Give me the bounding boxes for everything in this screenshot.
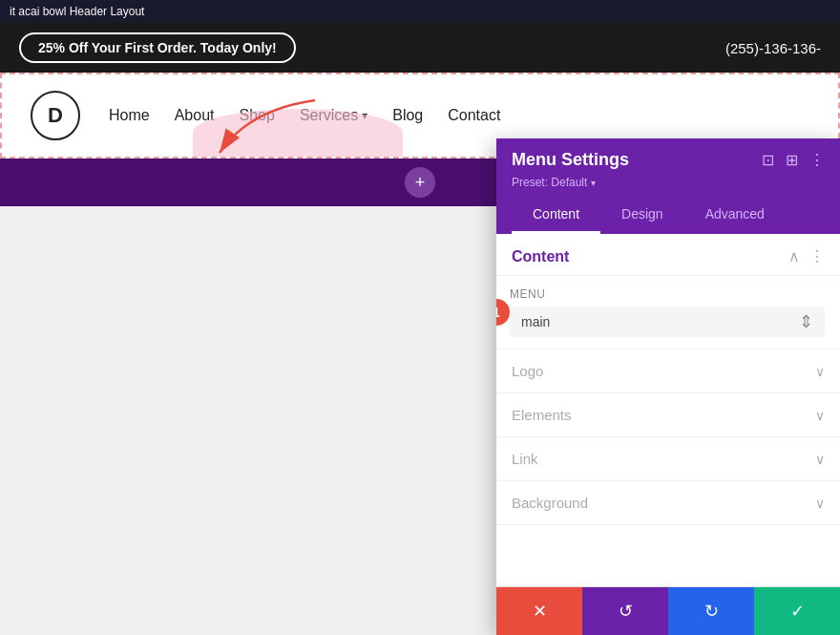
cancel-button[interactable]: ✕	[496, 587, 582, 635]
announcement-bar: 25% Off Your First Order. Today Only! (2…	[0, 23, 840, 73]
menu-settings-panel: Menu Settings ⊡ ⊞ ⋮ Preset: Default Cont…	[496, 138, 840, 635]
background-section-title: Background	[512, 495, 588, 511]
link-section-header[interactable]: Link ∨	[496, 437, 840, 480]
more-icon[interactable]: ⋮	[809, 151, 825, 169]
section-more-icon[interactable]: ⋮	[809, 247, 825, 265]
link-section: Link ∨	[496, 437, 840, 481]
content-section-header: Content ∧ ⋮	[496, 234, 840, 276]
menu-select-wrapper: main secondary footer ⇕	[510, 307, 825, 337]
elements-section: Elements ∨	[496, 393, 840, 437]
tab-advanced[interactable]: Advanced	[684, 197, 786, 234]
logo-section: Logo ∨	[496, 349, 840, 393]
collapse-icon[interactable]: ∧	[788, 247, 800, 265]
add-section-button[interactable]: +	[405, 167, 435, 198]
background-chevron-down-icon: ∨	[815, 496, 825, 511]
panel-header-top: Menu Settings ⊡ ⊞ ⋮	[512, 150, 825, 170]
redo-button[interactable]: ↻	[668, 587, 754, 635]
nav-link-home[interactable]: Home	[109, 107, 150, 124]
elements-section-header[interactable]: Elements ∨	[496, 393, 840, 436]
title-bar: it acai bowl Header Layout	[0, 0, 840, 23]
panel-body: Content ∧ ⋮ 1 Menu main secondary footer…	[496, 234, 840, 586]
expand-icon[interactable]: ⊡	[762, 151, 774, 169]
promo-pill: 25% Off Your First Order. Today Only!	[19, 32, 296, 63]
columns-icon[interactable]: ⊞	[786, 151, 798, 169]
logo-section-title: Logo	[512, 363, 543, 379]
nav-link-contact[interactable]: Contact	[448, 107, 500, 124]
logo-chevron-down-icon: ∨	[815, 364, 825, 379]
link-chevron-down-icon: ∨	[815, 452, 825, 467]
decorative-blob	[193, 109, 403, 157]
phone-number: (255)-136-136-	[725, 40, 821, 56]
panel-footer: ✕ ↺ ↻ ✓	[496, 586, 840, 635]
logo-section-header[interactable]: Logo ∨	[496, 349, 840, 392]
menu-field-group: 1 Menu main secondary footer ⇕	[496, 276, 840, 349]
panel-title: Menu Settings	[512, 150, 629, 170]
tab-content[interactable]: Content	[512, 197, 600, 234]
background-section-header[interactable]: Background ∨	[496, 481, 840, 524]
undo-button[interactable]: ↺	[582, 587, 668, 635]
elements-chevron-down-icon: ∨	[815, 408, 825, 423]
menu-field-label: Menu	[510, 287, 825, 301]
save-button[interactable]: ✓	[754, 587, 840, 635]
elements-section-title: Elements	[512, 407, 572, 423]
nav-logo: D	[31, 91, 80, 140]
panel-header-icons: ⊡ ⊞ ⋮	[762, 151, 825, 169]
tab-design[interactable]: Design	[600, 197, 684, 234]
content-section-title: Content	[512, 248, 569, 265]
menu-select[interactable]: main secondary footer	[510, 307, 825, 337]
preset-selector[interactable]: Preset: Default	[512, 176, 825, 189]
title-bar-text: it acai bowl Header Layout	[10, 5, 144, 18]
nav-link-blog[interactable]: Blog	[392, 107, 423, 124]
link-section-title: Link	[512, 451, 538, 467]
panel-tabs: Content Design Advanced	[512, 197, 825, 234]
panel-header: Menu Settings ⊡ ⊞ ⋮ Preset: Default Cont…	[496, 138, 840, 234]
background-section: Background ∨	[496, 481, 840, 525]
section-header-icons: ∧ ⋮	[788, 247, 825, 265]
step-badge-1: 1	[496, 299, 510, 326]
